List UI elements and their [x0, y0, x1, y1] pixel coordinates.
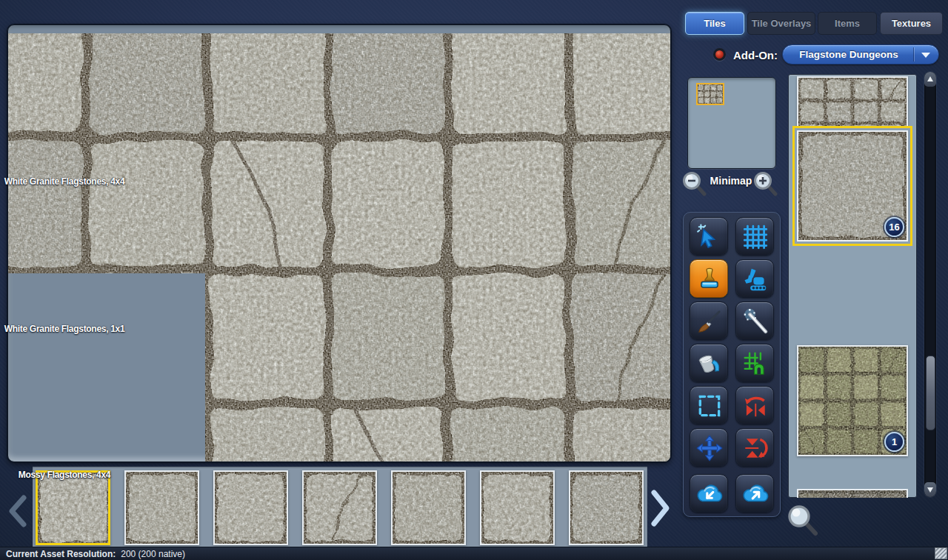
excavate-tool-button[interactable]	[735, 259, 774, 298]
excavator-icon	[741, 265, 770, 293]
map-canvas[interactable]	[7, 24, 671, 462]
filmstrip-tile-2[interactable]	[124, 470, 199, 545]
magic-wand-tool-button[interactable]	[735, 301, 774, 340]
magic-wand-icon	[741, 307, 770, 336]
filmstrip-tile-1[interactable]	[36, 470, 110, 545]
marquee-tool-button[interactable]	[690, 386, 728, 424]
move-tool-button[interactable]	[690, 428, 728, 467]
tile-list-zoom-icon[interactable]	[787, 504, 821, 538]
tile-count-badge: 1	[884, 432, 904, 452]
tile-item-label: White Granite Flagstones, 4x4	[0, 176, 129, 187]
status-value: 200 (200 native)	[121, 549, 185, 559]
flip-horizontal-icon	[741, 392, 770, 420]
filmstrip-prev-icon[interactable]	[8, 495, 27, 527]
paintbrush-icon	[695, 307, 724, 336]
addon-led-icon	[713, 48, 726, 61]
tile-count-badge: 16	[884, 217, 904, 237]
wall-grid-icon	[741, 350, 770, 378]
minimap-label: Minimap	[702, 175, 760, 187]
triangle-up-icon	[927, 76, 933, 81]
scroll-down-button[interactable]	[924, 482, 936, 497]
filmstrip-tile-4[interactable]	[302, 470, 377, 545]
wall-builder-tool-button[interactable]	[735, 344, 774, 382]
filmstrip-next-icon[interactable]	[649, 489, 671, 527]
grid-tool-button[interactable]	[735, 217, 774, 256]
tile-item-label: Mossy Flagstones, 4x4	[0, 470, 129, 480]
tile-item-partial[interactable]	[797, 489, 908, 498]
status-label: Current Asset Resolution:	[6, 549, 116, 559]
flip-horizontal-tool-button[interactable]	[735, 386, 774, 424]
filmstrip-tile-3[interactable]	[213, 470, 288, 545]
flip-vertical-icon	[741, 434, 770, 462]
tab-items[interactable]: Items	[818, 12, 877, 35]
filmstrip-tile-5[interactable]	[391, 470, 466, 545]
minimap-zoom-in-icon[interactable]	[752, 170, 779, 199]
tab-textures[interactable]: Textures	[880, 12, 943, 35]
import-tool-button[interactable]	[690, 474, 728, 513]
filmstrip-tile-7[interactable]	[569, 470, 644, 545]
export-tool-button[interactable]	[735, 474, 774, 513]
triangle-down-icon	[927, 487, 933, 493]
chevron-down-icon	[921, 53, 930, 58]
minimap-viewport[interactable]	[696, 83, 724, 105]
tile-item-label: White Granite Flagstones, 1x1	[0, 324, 129, 334]
map-tiles-texture	[8, 33, 671, 462]
dropdown-divider	[913, 47, 914, 61]
tab-tiles[interactable]: Tiles	[685, 12, 744, 35]
minimap[interactable]	[687, 77, 776, 169]
status-bar: Current Asset Resolution:200 (200 native…	[0, 547, 948, 560]
cloud-export-icon	[741, 480, 770, 508]
scrollbar-thumb[interactable]	[926, 356, 935, 430]
stamp-icon	[695, 265, 724, 293]
tab-tile-overlays[interactable]: Tile Overlays	[747, 12, 815, 35]
app-root: Current Asset Resolution:200 (200 native…	[0, 0, 948, 560]
stamp-tool-button[interactable]	[690, 259, 728, 298]
paint-bucket-icon	[695, 350, 724, 378]
paintbrush-tool-button[interactable]	[690, 301, 728, 340]
addon-selected-value: Flagstone Dungeons	[783, 45, 915, 64]
filmstrip-tile-6[interactable]	[480, 470, 555, 545]
addon-label: Add-On:	[733, 49, 778, 61]
tile-list-scrollbar[interactable]	[924, 72, 936, 497]
select-tool-button[interactable]	[690, 217, 728, 256]
flip-vertical-tool-button[interactable]	[735, 428, 774, 467]
tile-item-white-granite-1x1-selected[interactable]: 16	[792, 126, 912, 246]
cloud-import-icon	[695, 480, 724, 508]
fill-tool-button[interactable]	[690, 344, 728, 382]
tile-item-mossy-4x4[interactable]: 1	[797, 345, 908, 456]
marquee-icon	[695, 392, 724, 420]
scroll-up-button[interactable]	[924, 72, 936, 87]
cursor-sparkle-icon	[695, 223, 724, 251]
move-arrows-icon	[695, 434, 724, 462]
addon-dropdown[interactable]: Flagstone Dungeons	[782, 44, 939, 64]
resize-grip-icon[interactable]	[935, 547, 947, 559]
grid-icon	[741, 223, 770, 251]
